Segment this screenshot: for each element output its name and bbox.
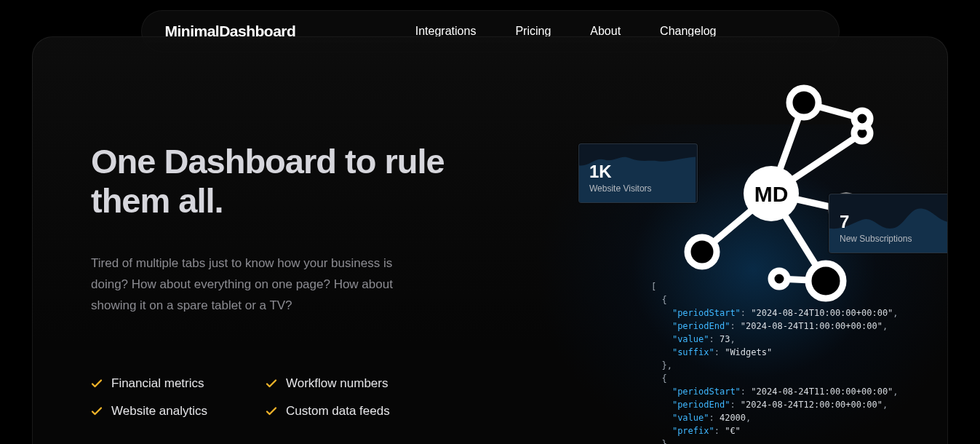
hero-panel: One Dashboard to rule them all. Tired of… [32,36,948,444]
hero-copy: One Dashboard to rule them all. Tired of… [91,142,455,419]
stat-label: New Subscriptions [829,234,948,253]
feature-label: Custom data feeds [286,404,390,419]
feature-item: Workflow numbers [266,376,440,391]
feature-label: Website analytics [111,404,207,419]
hero-headline: One Dashboard to rule them all. [91,142,455,220]
code-sample: [ { "periodStart": "2024-08-24T10:00:00+… [651,280,948,444]
feature-label: Workflow numbers [286,376,388,391]
network-badge-text: MD [754,182,789,206]
feature-list: Financial metrics Workflow numbers Websi… [91,376,455,419]
hero-subhead: Tired of multiple tabs just to know how … [91,253,426,317]
svg-point-13 [854,111,870,127]
stat-card-visitors: 1K Website Visitors [578,143,698,203]
stat-card-subscriptions: 7 New Subscriptions [829,194,948,253]
svg-point-12 [789,88,818,117]
stat-label: Website Visitors [579,183,697,202]
feature-item: Financial metrics [91,376,266,391]
feature-label: Financial metrics [111,376,204,391]
hero-illustration: MD 1K Website Visitors 7 New Subscriptio… [506,37,948,444]
feature-item: Custom data feeds [266,404,440,419]
stat-value: 1K [579,144,697,183]
check-icon [266,405,277,417]
svg-point-7 [688,237,717,266]
feature-item: Website analytics [91,404,266,419]
check-icon [266,378,277,389]
stat-value: 7 [829,194,948,234]
check-icon [91,378,103,389]
check-icon [91,405,103,417]
